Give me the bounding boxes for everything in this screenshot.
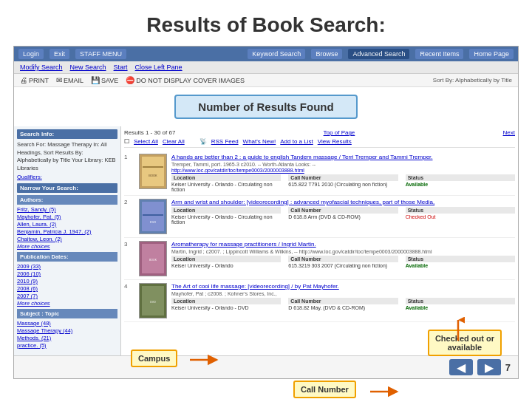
result-title[interactable]: Arm and wrist and shoulder: [videorecord… <box>171 199 515 205</box>
email-icon: ✉ <box>56 76 62 84</box>
callout-campus: Campus <box>131 349 177 367</box>
add-to-list-link[interactable]: Add to a List <box>280 138 313 145</box>
search-info-header: Search Info: <box>17 129 117 139</box>
result-location-col: Location Keiser University - Orlando - C… <box>171 207 281 225</box>
page-title: Results of Book Search: <box>0 0 532 46</box>
more-choices-link[interactable]: More choices <box>17 243 117 250</box>
start-link[interactable]: Start <box>114 64 128 71</box>
result-row: Location Keiser University - Orlando - D… <box>171 298 515 310</box>
results-top-bar: Results 1 - 30 of 67 Top of Page Next <box>124 129 515 136</box>
view-results-link[interactable]: View Results <box>318 138 352 145</box>
location-value: Keiser University - Orlando <box>171 263 281 268</box>
main-content: Search Info: Search For: Massage Therapy… <box>14 126 518 355</box>
result-number: 2 <box>124 199 134 234</box>
status-label: Status <box>406 174 515 181</box>
select-all-checkbox[interactable]: ☐ <box>124 138 129 145</box>
callnum-arrow <box>370 385 401 399</box>
print-icon: 🖨 <box>20 76 27 84</box>
rss-icon: 📡 <box>200 138 207 145</box>
nav-advanced-search[interactable]: Advanced Search <box>348 49 409 59</box>
result-status-col: Status Available <box>406 174 515 192</box>
next-link[interactable]: Next <box>503 129 515 136</box>
next-page-button[interactable]: ▶ <box>477 359 501 375</box>
close-left-pane-link[interactable]: Close Left Pane <box>135 64 183 71</box>
massage-therapy-link[interactable]: Massage Therapy (44) <box>17 327 117 334</box>
pub-date-item[interactable]: 2008 (6) <box>17 285 117 292</box>
result-url[interactable]: http://www.loc.gov/catdir/toc/tempe0003/… <box>171 168 515 173</box>
result-callnum-col: Call Number 615.822 T791 2010 (Circulati… <box>288 174 398 192</box>
callnum-value: 615.3219 303 2007 (Circulating non ficti… <box>288 263 398 268</box>
result-location-col: Location Keiser University - Orlando <box>171 256 281 268</box>
callnum-label: Call Number <box>288 298 398 304</box>
svg-text:BOOK: BOOK <box>149 259 157 262</box>
campus-arrow <box>190 353 221 369</box>
toolbar: Modify Search New Search Start Close Lef… <box>14 61 518 74</box>
pub-date-item[interactable]: 2009 (33) <box>17 263 117 270</box>
status-value: Available <box>406 305 515 310</box>
nav-bar: Login Exit STAFF MENU Keyword Search Bro… <box>14 47 518 61</box>
result-location-col: Location Keiser University - Orlando - C… <box>171 174 281 192</box>
result-number: 1 <box>124 154 134 192</box>
select-all-link[interactable]: Select All <box>134 138 158 145</box>
callnum-value: D 618.82 May. (DVD & CD-ROM) <box>288 305 398 310</box>
no-cover-button[interactable]: ⛔ DO NOT DISPLAY COVER IMAGES <box>126 76 245 84</box>
methods-link[interactable]: Methods. (21) <box>17 335 117 341</box>
no-cover-icon: ⛔ <box>126 76 134 84</box>
whats-new-link[interactable]: What's New! <box>243 138 276 145</box>
new-search-link[interactable]: New Search <box>70 64 106 71</box>
book-thumb: BOOK <box>139 154 167 189</box>
nav-browse[interactable]: Browse <box>311 49 342 59</box>
callout-callnumber: Call Number <box>293 381 356 398</box>
save-button[interactable]: 💾 SAVE <box>91 76 118 84</box>
author-item[interactable]: Fritz, Sandy. (5) <box>17 206 117 213</box>
result-title[interactable]: Aromatherapy for massage practitioners /… <box>171 241 515 248</box>
result-title[interactable]: A hands are better than 2 : a guide to e… <box>171 154 515 160</box>
author-list: Fritz, Sandy. (5) Mayhofer, Pat. (5) All… <box>17 206 117 242</box>
nav-exit[interactable]: Exit <box>50 49 69 59</box>
svg-rect-2 <box>143 166 163 168</box>
author-item[interactable]: Benjamin, Patricia J. 1947. (2) <box>17 228 117 235</box>
result-item: 4 DVD The Art of cool life massage: [vid… <box>124 280 515 322</box>
result-title[interactable]: The Art of cool life massage: [videoreco… <box>171 283 515 290</box>
pub-date-item[interactable]: 2010 (9) <box>17 278 117 284</box>
nav-staff-menu[interactable]: STAFF MENU <box>75 49 126 59</box>
clear-all-link[interactable]: Clear All <box>163 138 185 145</box>
print-button[interactable]: 🖨 PRINT <box>20 76 49 84</box>
bottom-nav: ◀ ▶ 7 <box>14 355 518 378</box>
nav-home-page[interactable]: Home Page <box>469 49 514 59</box>
result-row: Location Keiser University - Orlando Cal… <box>171 256 515 268</box>
nav-login[interactable]: Login <box>18 49 44 59</box>
location-value: Keiser University - Orlando - Circulatin… <box>171 182 281 192</box>
results-header-box: Number of Results Found <box>174 95 357 119</box>
practice-link[interactable]: practice. (5) <box>17 342 117 349</box>
email-button[interactable]: ✉ EMAIL <box>56 76 83 84</box>
sidebar: Search Info: Search For: Massage Therapy… <box>14 126 121 355</box>
nav-keyword-search[interactable]: Keyword Search <box>248 49 305 59</box>
author-item[interactable]: Mayhofer, Pat. (5) <box>17 214 117 220</box>
result-status-col: Status Available <box>406 256 515 268</box>
modify-search-link[interactable]: Modify Search <box>20 64 63 71</box>
pub-date-item[interactable]: 2006 (10) <box>17 270 117 277</box>
result-details: The Art of cool life massage: [videoreco… <box>171 283 515 318</box>
author-item[interactable]: Allen, Laura. (2) <box>17 221 117 228</box>
callnum-label: Call Number <box>288 174 398 181</box>
svg-rect-5 <box>142 202 164 231</box>
more-choices-link2[interactable]: More choices <box>17 300 117 307</box>
status-label: Status <box>406 298 515 304</box>
nav-recent-items[interactable]: Recent Items <box>415 49 463 59</box>
book-thumb: BOOK <box>139 241 167 276</box>
save-icon: 💾 <box>91 76 100 84</box>
pub-dates-subsection: Publication Dates: <box>17 252 117 262</box>
author-item[interactable]: Chaitow, Leon. (2) <box>17 236 117 242</box>
massage-link[interactable]: Massage (48) <box>17 320 117 327</box>
prev-page-button[interactable]: ◀ <box>449 359 473 375</box>
pub-date-item[interactable]: 2007 (7) <box>17 293 117 299</box>
result-callnum-col: Call Number 615.3219 303 2007 (Circulati… <box>288 256 398 268</box>
result-status-col: Status Checked Out <box>406 207 515 225</box>
top-of-page-link[interactable]: Top of Page <box>324 129 355 136</box>
qualifiers-link[interactable]: Qualifiers: <box>17 174 117 180</box>
result-callnum-col: Call Number D 618.8 Arm (DVD & CD-ROM) <box>288 207 398 225</box>
results-count: Results 1 - 30 of 67 <box>124 129 175 136</box>
svg-text:DVD: DVD <box>150 220 157 224</box>
rss-link[interactable]: RSS Feed <box>211 138 239 145</box>
